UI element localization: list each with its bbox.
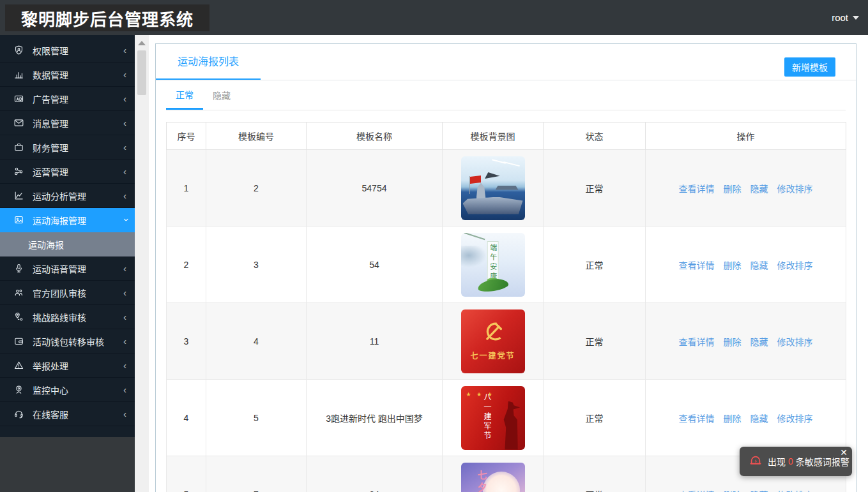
cell-poster: 七夕: [443, 456, 544, 492]
poster-image-qixi: 七夕: [461, 463, 525, 492]
poster-text: 七一建党节: [470, 350, 515, 361]
cell-actions: 查看详情删除隐藏修改排序: [646, 227, 846, 303]
cell-status: 正常: [544, 227, 646, 303]
sidebar-item-label: 财务管理: [33, 141, 68, 154]
edit-order-link[interactable]: 修改排序: [777, 490, 813, 492]
poster-text: 七夕: [475, 470, 489, 492]
sidebar: 权限管理 ‹ 数据管理 ‹ 广告管理 ‹ 消息管理 ‹ 财务管理 ‹ 运营管理 …: [0, 35, 135, 492]
cell-template-id: 4: [206, 303, 307, 380]
view-details-link[interactable]: 查看详情: [679, 337, 715, 347]
hide-link[interactable]: 隐藏: [750, 490, 768, 492]
view-details-link[interactable]: 查看详情: [679, 414, 715, 424]
line-chart-icon: [13, 190, 24, 201]
cell-name: 11: [307, 303, 443, 380]
edit-order-link[interactable]: 修改排序: [777, 260, 813, 271]
scrollbar-thumb[interactable]: [137, 50, 146, 95]
username-label: root: [832, 12, 848, 23]
sidebar-item-wallet-review[interactable]: 活动钱包转移审核 ‹: [0, 329, 135, 354]
bar-chart-icon: [13, 69, 24, 80]
sidebar-item-sport-poster[interactable]: 运动海报管理 ‹: [0, 208, 135, 232]
sidebar-item-label: 运动海报管理: [33, 214, 86, 227]
toast-count: 0: [788, 456, 793, 466]
hide-link[interactable]: 隐藏: [750, 184, 768, 194]
hide-link[interactable]: 隐藏: [750, 260, 768, 271]
table-row: 1 2 54754 正常 查看详情删除隐藏修改排序: [167, 150, 846, 227]
chevron-left-icon: ‹: [123, 409, 126, 419]
poster-image-party-day: 七一建党节: [461, 309, 525, 373]
chevron-left-icon: ‹: [123, 45, 126, 55]
cell-poster: ★ ★ ★ 八一建军节: [443, 380, 544, 456]
sidebar-item-customer-service[interactable]: 在线客服 ‹: [0, 402, 135, 426]
chevron-down-icon: [853, 16, 859, 20]
user-menu[interactable]: root: [832, 0, 859, 35]
sidebar-item-route-review[interactable]: 挑战路线审核 ‹: [0, 305, 135, 329]
delete-link[interactable]: 删除: [724, 414, 742, 424]
hide-link[interactable]: 隐藏: [750, 337, 768, 347]
chevron-left-icon: ‹: [123, 118, 126, 128]
microphone-icon: [13, 263, 24, 274]
view-details-link[interactable]: 查看详情: [679, 490, 715, 492]
sidebar-item-operations[interactable]: 运营管理 ‹: [0, 160, 135, 184]
app-logo-text: 黎明脚步后台管理系统: [21, 6, 194, 30]
hammer-sickle-icon: [479, 318, 507, 347]
poster-text: 八一建军节: [482, 393, 491, 441]
poster-image-army-day: ★ ★ ★ 八一建军节: [461, 386, 525, 450]
warning-icon: [13, 360, 24, 371]
cell-poster: 端午安康: [443, 227, 544, 303]
tab-normal[interactable]: 正常: [166, 80, 203, 110]
edit-order-link[interactable]: 修改排序: [777, 337, 813, 347]
app-header: 黎明脚步后台管理系统 root: [0, 0, 868, 35]
sidebar-item-finance[interactable]: 财务管理 ‹: [0, 135, 135, 160]
wallet-icon: [13, 336, 24, 347]
filter-tabs: 正常 隐藏: [166, 80, 846, 110]
cell-status: 正常: [544, 303, 646, 380]
sidebar-item-label: 挑战路线审核: [33, 311, 86, 324]
sidebar-item-monitoring[interactable]: 监控中心 ‹: [0, 378, 135, 402]
sidebar-subitem-sport-poster[interactable]: 运动海报: [0, 232, 135, 257]
cell-actions: 查看详情删除隐藏修改排序: [646, 380, 846, 456]
sidebar-item-label: 权限管理: [33, 44, 68, 57]
sidebar-item-report-handling[interactable]: 举报处理 ‹: [0, 354, 135, 378]
column-header-background: 模板背景图: [443, 123, 544, 150]
envelope-icon: [13, 117, 24, 128]
app-logo: 黎明脚步后台管理系统: [5, 4, 209, 31]
view-details-link[interactable]: 查看详情: [679, 184, 715, 194]
delete-link[interactable]: 删除: [724, 184, 742, 194]
close-icon[interactable]: ✕: [840, 447, 848, 458]
table-header-row: 序号 模板编号 模板名称 模板背景图 状态 操作: [167, 123, 846, 150]
soldier-silhouette: [496, 401, 524, 450]
scrollbar-up-arrow-icon[interactable]: [138, 41, 146, 45]
sidebar-item-label: 消息管理: [33, 117, 68, 130]
sidebar-item-team-review[interactable]: 官方团队审核 ‹: [0, 281, 135, 305]
edit-order-link[interactable]: 修改排序: [777, 184, 813, 194]
sidebar-item-label: 举报处理: [33, 359, 68, 372]
column-header-template-id: 模板编号: [206, 123, 307, 150]
hide-link[interactable]: 隐藏: [750, 414, 768, 424]
chevron-left-icon: ‹: [123, 167, 126, 176]
edit-order-link[interactable]: 修改排序: [777, 414, 813, 424]
sidebar-item-permission[interactable]: 权限管理 ‹: [0, 38, 135, 63]
sidebar-item-messages[interactable]: 消息管理 ‹: [0, 111, 135, 135]
view-details-link[interactable]: 查看详情: [679, 260, 715, 271]
delete-link[interactable]: 删除: [724, 260, 742, 271]
table-row: 3 4 11 七一建党节 正常 查看详情删除隐藏修改排序: [167, 303, 846, 380]
chevron-left-icon: ‹: [123, 312, 126, 322]
sidebar-nav: 权限管理 ‹ 数据管理 ‹ 广告管理 ‹ 消息管理 ‹ 财务管理 ‹ 运营管理 …: [0, 35, 135, 426]
sidebar-item-label: 活动钱包转移审核: [33, 335, 104, 348]
tab-hidden[interactable]: 隐藏: [203, 80, 240, 110]
tab-poster-list[interactable]: 运动海报列表: [156, 44, 261, 80]
add-template-button[interactable]: 新增模板: [784, 57, 835, 77]
route-pin-icon: [13, 311, 24, 322]
chevron-left-icon: ‹: [123, 264, 126, 273]
chevron-left-icon: ‹: [123, 70, 126, 79]
sidebar-scrollbar[interactable]: [135, 35, 149, 492]
sidebar-item-sport-analysis[interactable]: 运动分析管理 ‹: [0, 184, 135, 208]
sidebar-item-data[interactable]: 数据管理 ‹: [0, 63, 135, 87]
sidebar-item-ads[interactable]: 广告管理 ‹: [0, 87, 135, 111]
chevron-left-icon: ‹: [123, 385, 126, 394]
delete-link[interactable]: 删除: [724, 490, 742, 492]
sidebar-item-label: 运动分析管理: [33, 190, 86, 202]
delete-link[interactable]: 删除: [724, 337, 742, 347]
sidebar-item-sport-voice[interactable]: 运动语音管理 ‹: [0, 257, 135, 281]
cell-actions: 查看详情删除隐藏修改排序: [646, 303, 846, 380]
